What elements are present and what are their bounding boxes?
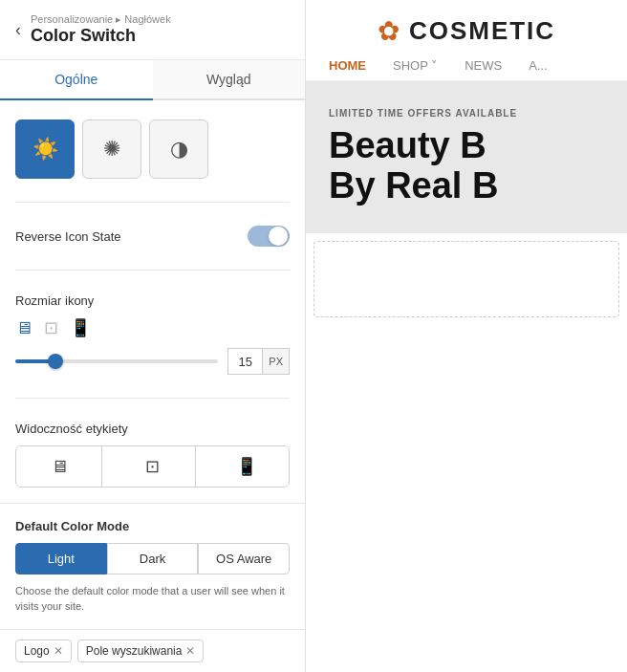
color-mode-buttons: Light Dark OS Aware [15, 543, 290, 574]
nav-news[interactable]: NEWS [465, 58, 502, 73]
nav-shop[interactable]: SHOP ˅ [393, 58, 438, 73]
color-mode-hint: Choose the default color mode that a use… [15, 584, 290, 614]
divider-1 [15, 202, 290, 203]
reverse-icon-row: Reverse Icon State [15, 226, 290, 247]
nav-more[interactable]: A... [529, 58, 548, 73]
size-tablet-icon[interactable]: ⊡ [44, 317, 58, 338]
tags-row: Logo ✕ Pole wyszukiwania ✕ [0, 629, 305, 672]
panel-title: Color Switch [31, 26, 171, 46]
slider-track[interactable] [15, 359, 218, 363]
reverse-icon-label: Reverse Icon State [15, 229, 121, 244]
label-visibility-section: Widoczność etykiety 🖥 ⊡ 📱 [15, 422, 290, 488]
back-arrow[interactable]: ‹ [15, 21, 21, 38]
panel-body: ☀️ ✺ ◑ Reverse Icon State Rozmiar ikony … [0, 100, 305, 503]
color-mode-dark[interactable]: Dark [107, 543, 199, 574]
site-nav: HOME SHOP ˅ NEWS A... [306, 54, 627, 81]
size-desktop-icon[interactable]: 🖥 [15, 318, 32, 338]
preview-box-1 [314, 241, 619, 317]
reverse-icon-toggle[interactable] [248, 226, 290, 247]
icon-mode-group: ☀️ ✺ ◑ [15, 119, 290, 179]
color-mode-section: Default Color Mode Light Dark OS Aware C… [0, 503, 305, 629]
tab-wyglad[interactable]: Wygląd [153, 60, 306, 98]
slider-row: 15 PX [15, 348, 290, 375]
icon-mode-light[interactable]: ☀️ [15, 119, 75, 179]
back-nav: ‹ Personalizowanie ▸ Nagłówek Color Swit… [0, 0, 305, 60]
label-device-desktop[interactable]: 🖥 [16, 446, 102, 487]
size-unit: PX [262, 348, 290, 375]
icon-size-section: Rozmiar ikony 🖥 ⊡ 📱 15 PX [15, 293, 290, 375]
back-nav-text: Personalizowanie ▸ Nagłówek Color Switch [31, 13, 171, 46]
tag-logo-label: Logo [24, 644, 50, 658]
label-device-tablet[interactable]: ⊡ [110, 446, 196, 487]
color-mode-light[interactable]: Light [15, 543, 107, 574]
divider-3 [15, 398, 290, 399]
label-device-group: 🖥 ⊡ 📱 [15, 445, 290, 488]
label-device-mobile[interactable]: 📱 [204, 446, 289, 487]
size-device-row: 🖥 ⊡ 📱 [15, 317, 290, 338]
breadcrumb: Personalizowanie ▸ Nagłówek [31, 13, 171, 26]
right-panel: ✿ COSMETIC HOME SHOP ˅ NEWS A... LIMITED… [306, 0, 627, 672]
icon-mode-dark[interactable]: ◑ [149, 119, 208, 179]
site-logo-text: COSMETIC [409, 16, 555, 46]
hero-title-line2: By Real B [329, 166, 604, 206]
tab-ogolne[interactable]: Ogólne [0, 60, 153, 100]
nav-home[interactable]: HOME [329, 58, 366, 73]
site-hero: LIMITED TIME OFFERS AVAILABLE Beauty B B… [306, 81, 627, 233]
divider-2 [15, 270, 290, 271]
color-mode-os-aware[interactable]: OS Aware [198, 543, 290, 574]
tag-search: Pole wyszukiwania ✕ [77, 639, 205, 662]
icon-size-label: Rozmiar ikony [15, 293, 290, 308]
icon-mode-medium[interactable]: ✺ [82, 119, 141, 179]
hero-subtitle: LIMITED TIME OFFERS AVAILABLE [329, 108, 604, 119]
site-logo-icon: ✿ [378, 15, 400, 47]
size-input-group: 15 PX [227, 348, 290, 375]
label-visibility-title: Widoczność etykiety [15, 422, 290, 436]
tabs: Ogólne Wygląd [0, 60, 305, 100]
hero-title-line1: Beauty B [329, 126, 604, 166]
left-panel: ‹ Personalizowanie ▸ Nagłówek Color Swit… [0, 0, 306, 672]
tag-logo-close[interactable]: ✕ [54, 644, 63, 658]
size-value-input[interactable]: 15 [227, 348, 262, 375]
toggle-knob [269, 227, 288, 246]
slider-thumb[interactable] [48, 354, 63, 369]
color-mode-title: Default Color Mode [15, 519, 290, 533]
tag-search-close[interactable]: ✕ [185, 644, 195, 658]
size-mobile-icon[interactable]: 📱 [70, 317, 91, 338]
tag-logo: Logo ✕ [15, 639, 72, 662]
tag-search-label: Pole wyszukiwania [86, 644, 183, 658]
site-logo-bar: ✿ COSMETIC [306, 0, 627, 54]
preview-site: ✿ COSMETIC HOME SHOP ˅ NEWS A... LIMITED… [306, 0, 627, 672]
hero-title: Beauty B By Real B [329, 126, 604, 206]
